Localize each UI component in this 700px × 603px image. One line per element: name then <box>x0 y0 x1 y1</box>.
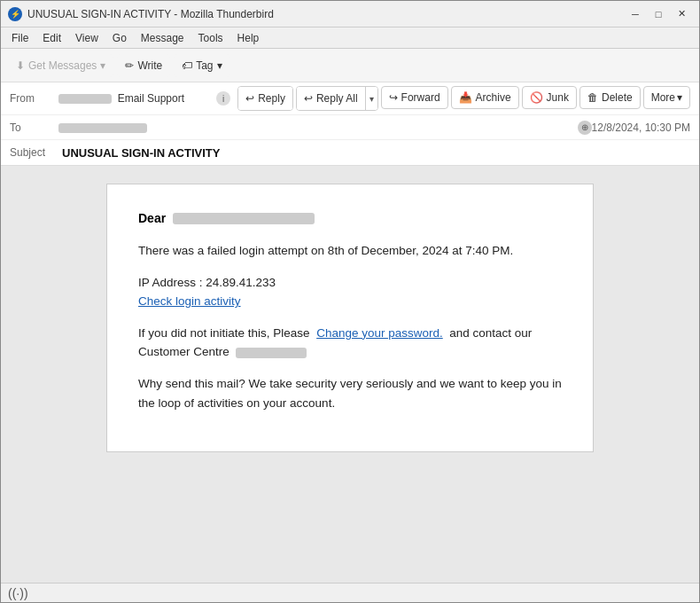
tag-dropdown-icon: ▾ <box>217 59 222 72</box>
subject-label: Subject <box>10 146 58 159</box>
from-label: From <box>10 92 58 105</box>
reply-main-button[interactable]: ↩ Reply <box>238 87 292 110</box>
junk-icon: 🚫 <box>530 91 543 104</box>
recipient-name-blurred <box>173 213 315 224</box>
title-bar: UNUSUAL SIGN-IN ACTIVITY - Mozilla Thund… <box>1 1 699 27</box>
email-greeting: Dear <box>138 211 562 225</box>
subject-row: Subject UNUSUAL SIGN-IN ACTIVITY <box>1 140 699 165</box>
from-icons: i <box>216 91 230 106</box>
menu-help[interactable]: Help <box>230 30 267 46</box>
from-sender-blurred <box>58 94 112 104</box>
main-toolbar: ⬇ Get Messages ▾ ✏ Write 🏷 Tag ▾ <box>1 49 699 82</box>
email-body: Dear There was a failed login attempt on… <box>106 184 594 452</box>
menu-tools[interactable]: Tools <box>191 30 230 46</box>
menu-file[interactable]: File <box>4 30 35 46</box>
write-icon: ✏ <box>125 59 134 72</box>
main-window: UNUSUAL SIGN-IN ACTIVITY - Mozilla Thund… <box>0 0 700 603</box>
menu-go[interactable]: Go <box>105 30 134 46</box>
check-login-link[interactable]: Check login activity <box>138 294 241 308</box>
subject-value: UNUSUAL SIGN-IN ACTIVITY <box>62 146 220 160</box>
more-button[interactable]: More ▾ <box>643 86 690 109</box>
close-button[interactable]: ✕ <box>671 5 692 23</box>
forward-icon: ↪ <box>389 91 398 104</box>
minimize-button[interactable]: ─ <box>625 5 646 23</box>
archive-icon: 📥 <box>459 91 472 104</box>
recipient-info-icon[interactable]: ⊕ <box>578 121 592 135</box>
app-icon <box>8 7 22 21</box>
email-header: From Email Support i ↩ Reply ↩ <box>1 82 699 166</box>
forward-button[interactable]: ↪ Forward <box>381 86 448 109</box>
window-title: UNUSUAL SIGN-IN ACTIVITY - Mozilla Thund… <box>27 8 625 20</box>
from-value: Email Support <box>58 92 211 105</box>
archive-button[interactable]: 📥 Archive <box>451 86 519 109</box>
more-dropdown-icon: ▾ <box>677 91 682 104</box>
menu-bar: File Edit View Go Message Tools Help <box>1 27 699 49</box>
ip-address-paragraph: IP Address : 24.89.41.233 Check login ac… <box>138 273 562 311</box>
login-attempt-paragraph: There was a failed login attempt on 8th … <box>138 241 562 261</box>
why-send-paragraph: Why send this mail? We take security ver… <box>138 374 562 412</box>
to-row: To ⊕ 12/8/2024, 10:30 PM <box>1 115 699 140</box>
menu-edit[interactable]: Edit <box>35 30 68 46</box>
customer-centre-contact-blurred <box>236 348 307 358</box>
to-recipient-blurred <box>58 123 147 133</box>
reply-all-split-button[interactable]: ↩ Reply All ▾ <box>296 86 378 111</box>
reply-all-icon: ↩ <box>304 92 313 105</box>
to-icons: ⊕ <box>578 121 592 135</box>
reply-icon: ↩ <box>245 92 254 105</box>
get-messages-dropdown-icon: ▾ <box>100 59 105 72</box>
get-messages-button[interactable]: ⬇ Get Messages ▾ <box>8 54 113 77</box>
delete-button[interactable]: 🗑 Delete <box>579 86 641 109</box>
window-controls: ─ □ ✕ <box>625 5 692 23</box>
sender-info-icon[interactable]: i <box>216 91 230 106</box>
inline-action-buttons: ↩ Reply ↩ Reply All ▾ ↪ Forward 📥 <box>237 86 690 111</box>
change-password-paragraph: If you did not initiate this, Please Cha… <box>138 324 562 362</box>
reply-split-button[interactable]: ↩ Reply <box>237 86 293 111</box>
status-bar: ((·)) <box>1 583 699 602</box>
wifi-icon: ((·)) <box>8 586 28 600</box>
junk-button[interactable]: 🚫 Junk <box>522 86 577 109</box>
reply-all-dropdown-button[interactable]: ▾ <box>365 87 377 110</box>
maximize-button[interactable]: □ <box>648 5 669 23</box>
menu-view[interactable]: View <box>68 30 105 46</box>
reply-all-main-button[interactable]: ↩ Reply All <box>297 87 365 110</box>
email-body-container: SPT Dear There was a failed login attemp… <box>1 166 699 583</box>
tag-icon: 🏷 <box>182 59 192 72</box>
email-date: 12/8/2024, 10:30 PM <box>592 121 690 134</box>
get-messages-icon: ⬇ <box>16 59 25 72</box>
menu-message[interactable]: Message <box>134 30 191 46</box>
from-row: From Email Support i ↩ Reply ↩ <box>1 82 699 115</box>
to-value <box>58 121 572 134</box>
change-password-link[interactable]: Change your password. <box>316 326 443 340</box>
delete-icon: 🗑 <box>587 91 598 104</box>
to-label: To <box>10 121 58 134</box>
write-button[interactable]: ✏ Write <box>117 54 170 77</box>
tag-button[interactable]: 🏷 Tag ▾ <box>174 54 229 77</box>
